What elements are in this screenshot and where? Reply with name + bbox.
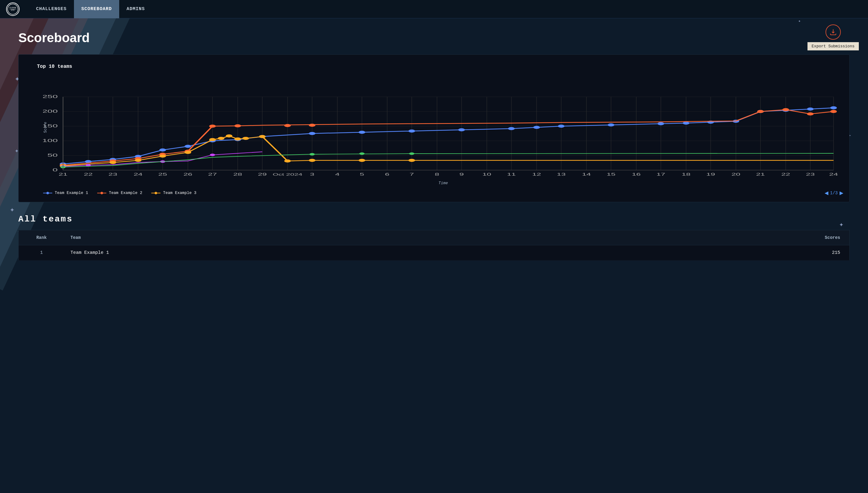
svg-point-130 bbox=[358, 159, 365, 162]
col-team: Team bbox=[64, 230, 553, 245]
chart-pagination: ◀ 1/3 ▶ bbox=[825, 190, 843, 196]
svg-text:100: 100 bbox=[43, 138, 58, 143]
nav-challenges[interactable]: CHALLENGES bbox=[29, 0, 74, 18]
navbar: CLOUD CTF CHALLENGES SCOREBOARD ADMINS bbox=[0, 0, 868, 18]
svg-point-89 bbox=[358, 131, 365, 134]
svg-text:24: 24 bbox=[829, 172, 838, 176]
svg-point-119 bbox=[135, 159, 142, 162]
svg-point-109 bbox=[209, 125, 216, 128]
svg-point-114 bbox=[782, 108, 789, 111]
svg-point-128 bbox=[284, 159, 291, 163]
chart-page-indicator: 1/3 bbox=[830, 191, 838, 195]
main-content: Export Submissions Scoreboard Top 10 tea… bbox=[0, 18, 868, 273]
svg-text:12: 12 bbox=[532, 172, 541, 176]
svg-text:3: 3 bbox=[310, 172, 314, 176]
svg-point-91 bbox=[458, 128, 465, 131]
export-label[interactable]: Export Submissions bbox=[807, 42, 859, 50]
svg-point-83 bbox=[159, 148, 166, 151]
chart-legend: Team Example 1 Team Example 2 Team Examp… bbox=[43, 190, 843, 196]
svg-point-93 bbox=[533, 126, 540, 129]
svg-point-147 bbox=[154, 192, 157, 194]
svg-point-127 bbox=[259, 135, 266, 138]
cell-team: Team Example 1 bbox=[64, 245, 553, 260]
logo[interactable]: CLOUD CTF bbox=[6, 2, 20, 16]
svg-point-139 bbox=[409, 152, 414, 155]
svg-text:200: 200 bbox=[43, 109, 58, 114]
svg-text:9: 9 bbox=[459, 172, 464, 176]
svg-point-103 bbox=[830, 106, 837, 109]
svg-point-96 bbox=[657, 122, 664, 125]
svg-point-129 bbox=[309, 159, 315, 162]
chart-next-button[interactable]: ▶ bbox=[840, 190, 843, 196]
chart-area: Score 250 200 150 100 50 0 bbox=[43, 76, 840, 179]
svg-point-143 bbox=[46, 192, 49, 194]
svg-point-120 bbox=[159, 154, 166, 157]
page-title: Scoreboard bbox=[18, 30, 850, 45]
svg-text:0: 0 bbox=[53, 168, 58, 172]
svg-text:18: 18 bbox=[682, 172, 690, 176]
svg-point-111 bbox=[284, 124, 291, 127]
chart-title: Top 10 teams bbox=[37, 64, 843, 69]
svg-text:7: 7 bbox=[410, 172, 414, 176]
chart-container: Top 10 teams Score 250 200 150 100 50 0 bbox=[18, 55, 850, 202]
svg-text:CTF: CTF bbox=[11, 9, 15, 11]
y-axis-label: Score bbox=[43, 122, 48, 133]
svg-text:CLOUD: CLOUD bbox=[9, 7, 16, 8]
svg-text:16: 16 bbox=[632, 172, 641, 176]
svg-text:25: 25 bbox=[158, 172, 167, 176]
svg-point-123 bbox=[218, 137, 225, 140]
svg-text:24: 24 bbox=[133, 172, 142, 176]
col-scores: Scores bbox=[553, 230, 849, 245]
svg-text:21: 21 bbox=[59, 172, 67, 176]
svg-point-118 bbox=[109, 161, 116, 164]
svg-text:15: 15 bbox=[607, 172, 616, 176]
svg-point-94 bbox=[558, 125, 564, 128]
svg-point-110 bbox=[234, 124, 241, 127]
all-teams-title: All teams bbox=[18, 214, 850, 224]
export-area: Export Submissions bbox=[807, 24, 859, 50]
svg-point-95 bbox=[607, 123, 614, 126]
svg-text:23: 23 bbox=[108, 172, 117, 176]
table-header: Rank Team Scores bbox=[19, 230, 850, 245]
svg-point-84 bbox=[185, 145, 191, 148]
svg-text:23: 23 bbox=[806, 172, 815, 176]
export-icon-button[interactable] bbox=[826, 24, 841, 40]
logo-circle: CLOUD CTF bbox=[6, 2, 20, 16]
svg-point-137 bbox=[310, 153, 315, 155]
svg-text:250: 250 bbox=[43, 94, 58, 99]
svg-point-116 bbox=[830, 110, 837, 113]
svg-point-113 bbox=[757, 110, 764, 113]
nav-admins[interactable]: ADMINS bbox=[119, 0, 152, 18]
svg-text:27: 27 bbox=[208, 172, 217, 176]
cell-rank: 1 bbox=[19, 245, 64, 260]
legend-team3-label: Team Example 3 bbox=[163, 191, 196, 195]
svg-text:14: 14 bbox=[582, 172, 591, 176]
svg-point-138 bbox=[359, 152, 365, 155]
svg-point-131 bbox=[408, 159, 415, 162]
svg-text:13: 13 bbox=[557, 172, 566, 176]
svg-point-88 bbox=[309, 132, 315, 135]
svg-text:10: 10 bbox=[482, 172, 491, 176]
svg-text:22: 22 bbox=[781, 172, 790, 176]
svg-point-90 bbox=[408, 129, 415, 133]
svg-point-125 bbox=[234, 137, 241, 141]
svg-text:Oct 2024: Oct 2024 bbox=[273, 173, 302, 176]
svg-text:4: 4 bbox=[335, 172, 339, 176]
x-axis-label: Time bbox=[43, 181, 843, 186]
svg-point-112 bbox=[309, 124, 315, 127]
svg-text:11: 11 bbox=[507, 172, 516, 176]
col-rank: Rank bbox=[19, 230, 64, 245]
svg-text:29: 29 bbox=[258, 172, 267, 176]
svg-text:17: 17 bbox=[657, 172, 665, 176]
chart-prev-button[interactable]: ◀ bbox=[825, 190, 828, 196]
legend-team3: Team Example 3 bbox=[151, 191, 196, 195]
legend-team2: Team Example 2 bbox=[97, 191, 142, 195]
svg-text:28: 28 bbox=[233, 172, 242, 176]
legend-team1-label: Team Example 1 bbox=[55, 191, 88, 195]
legend-team2-label: Team Example 2 bbox=[109, 191, 142, 195]
nav-scoreboard[interactable]: SCOREBOARD bbox=[74, 0, 119, 18]
svg-point-135 bbox=[210, 154, 215, 156]
svg-point-102 bbox=[807, 108, 813, 111]
teams-table: Rank Team Scores 1 Team Example 1 215 bbox=[18, 230, 850, 260]
svg-point-145 bbox=[101, 192, 103, 194]
